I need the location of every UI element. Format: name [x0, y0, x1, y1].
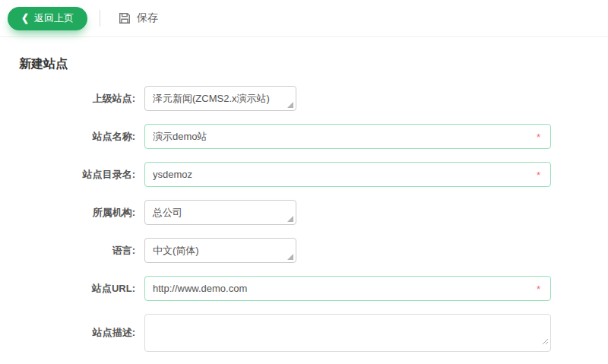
- language-select[interactable]: 中文(简体): [144, 238, 296, 263]
- chevron-left-icon: ❮: [21, 13, 29, 23]
- toolbar-divider: [100, 10, 100, 27]
- back-button[interactable]: ❮ 返回上页: [8, 7, 87, 30]
- form-row-site-dir: 站点目录名: *: [0, 162, 608, 187]
- required-asterisk: *: [537, 170, 540, 180]
- select-corner-grip-icon: [287, 216, 293, 222]
- toolbar: ❮ 返回上页 保存: [0, 0, 608, 37]
- field-label: 所属机构:: [0, 206, 135, 220]
- form-row-organization: 所属机构: 总公司: [0, 200, 608, 225]
- site-url-input[interactable]: [144, 276, 551, 301]
- field-label: 站点名称:: [0, 130, 135, 144]
- select-corner-grip-icon: [287, 254, 293, 260]
- site-dir-input[interactable]: [144, 162, 551, 187]
- back-button-label: 返回上页: [34, 11, 74, 25]
- form-row-site-description: 站点描述:: [0, 314, 608, 352]
- required-asterisk: *: [537, 284, 540, 294]
- save-button[interactable]: 保存: [119, 11, 158, 25]
- select-corner-grip-icon: [287, 102, 293, 108]
- save-button-label: 保存: [137, 11, 158, 25]
- form-row-site-name: 站点名称: *: [0, 124, 608, 149]
- field-label: 上级站点:: [0, 92, 135, 106]
- field-label: 站点描述:: [0, 326, 135, 340]
- form-row-site-url: 站点URL: *: [0, 276, 608, 301]
- field-label: 站点URL:: [0, 282, 135, 296]
- new-site-form: 上级站点: 泽元新闻(ZCMS2.x演示站) 站点名称: * 站点目录名: * …: [0, 86, 608, 352]
- required-asterisk: *: [537, 132, 540, 142]
- language-selected-value: 中文(简体): [153, 244, 199, 258]
- page-title: 新建站点: [19, 56, 608, 72]
- parent-site-select[interactable]: 泽元新闻(ZCMS2.x演示站): [144, 86, 296, 111]
- organization-selected-value: 总公司: [153, 206, 182, 220]
- save-icon: [119, 12, 131, 24]
- organization-select[interactable]: 总公司: [144, 200, 296, 225]
- form-row-language: 语言: 中文(简体): [0, 238, 608, 263]
- site-description-textarea[interactable]: [144, 314, 551, 352]
- site-name-input[interactable]: [144, 124, 551, 149]
- form-row-parent-site: 上级站点: 泽元新闻(ZCMS2.x演示站): [0, 86, 608, 111]
- field-label: 语言:: [0, 244, 135, 258]
- field-label: 站点目录名:: [0, 168, 135, 182]
- parent-site-selected-value: 泽元新闻(ZCMS2.x演示站): [153, 92, 270, 106]
